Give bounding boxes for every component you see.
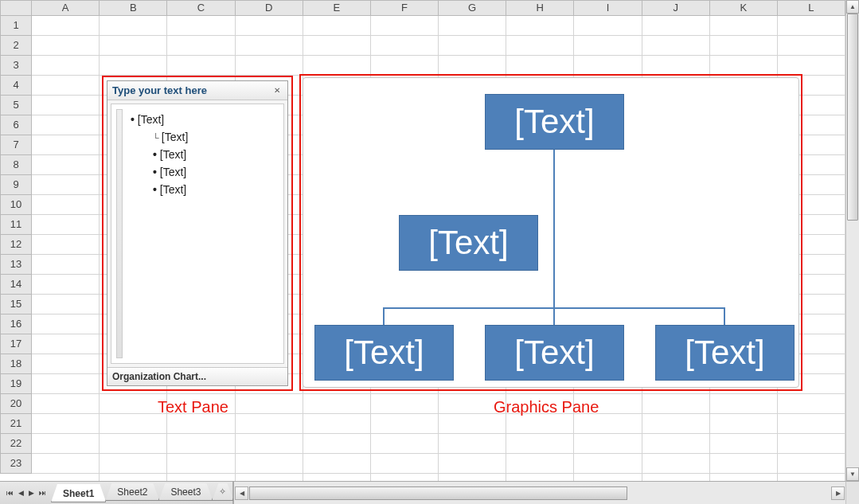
row-header[interactable]: 1 — [0, 16, 32, 36]
row-header[interactable]: 14 — [0, 275, 32, 295]
vertical-scrollbar[interactable]: ▲ ▼ — [845, 0, 859, 481]
text-pane-list[interactable]: [Text] [Text] [Text] [Text] [Text] — [111, 104, 284, 364]
org-chart-node-child[interactable]: [Text] — [485, 325, 624, 381]
tab-nav-prev-icon[interactable]: ◀ — [17, 489, 25, 497]
row-header[interactable]: 7 — [0, 135, 32, 155]
scrollbar-corner — [845, 481, 859, 504]
sheet-tab-bar: ⏮ ◀ ▶ ⏭ Sheet1 Sheet2 Sheet3 ✧ ◀ ▶ — [0, 481, 845, 504]
row-header[interactable]: 10 — [0, 195, 32, 215]
row-header[interactable]: 11 — [0, 215, 32, 235]
hscroll-thumb[interactable] — [249, 486, 627, 500]
row-header[interactable]: 12 — [0, 235, 32, 255]
org-chart-node-top[interactable]: [Text] — [485, 94, 624, 150]
row-header[interactable]: 3 — [0, 56, 32, 76]
row-header[interactable]: 19 — [0, 374, 32, 394]
scroll-thumb[interactable] — [847, 14, 858, 221]
graphics-pane-annotation-box: [Text] [Text] [Text] [Text] [Text] — [299, 74, 802, 391]
column-header[interactable]: D — [236, 0, 303, 16]
column-header[interactable]: J — [642, 0, 710, 16]
row-header[interactable]: 4 — [0, 76, 32, 96]
row-header[interactable]: 2 — [0, 36, 32, 56]
column-header[interactable]: F — [371, 0, 439, 16]
text-pane-item[interactable]: [Text] — [131, 111, 279, 128]
sheet-tabs: Sheet1 Sheet2 Sheet3 ✧ — [51, 482, 232, 504]
column-header[interactable]: I — [574, 0, 642, 16]
text-pane-item[interactable]: [Text] — [131, 146, 279, 163]
row-header[interactable]: 18 — [0, 354, 32, 374]
text-pane-item[interactable]: [Text] — [131, 181, 279, 198]
new-sheet-icon[interactable]: ✧ — [212, 483, 233, 501]
connector-line — [553, 148, 555, 307]
row-header[interactable]: 9 — [0, 175, 32, 195]
cells-area[interactable]: Type your text here ✕ [Text] [Text] [Tex… — [32, 16, 845, 481]
text-pane-title: Type your text here — [112, 84, 207, 96]
column-header[interactable]: B — [100, 0, 167, 16]
row-header[interactable]: 21 — [0, 414, 32, 434]
row-header[interactable]: 15 — [0, 295, 32, 315]
column-header[interactable]: E — [303, 0, 371, 16]
org-chart-node-child[interactable]: [Text] — [314, 325, 454, 381]
annotation-label-graphics-pane: Graphics Pane — [494, 398, 599, 416]
row-header[interactable]: 22 — [0, 434, 32, 454]
row-header[interactable]: 16 — [0, 315, 32, 334]
tab-navigation: ⏮ ◀ ▶ ⏭ — [0, 482, 51, 504]
org-chart-node-assistant[interactable]: [Text] — [399, 215, 538, 271]
grid-body: 1 2 3 4 5 6 7 8 9 10 11 12 13 14 15 16 1… — [0, 16, 845, 481]
row-header[interactable]: 5 — [0, 96, 32, 115]
text-pane-annotation-box: Type your text here ✕ [Text] [Text] [Tex… — [102, 76, 293, 391]
scroll-left-icon[interactable]: ◀ — [235, 486, 248, 500]
select-all-corner[interactable] — [0, 0, 32, 16]
horizontal-scrollbar[interactable]: ◀ ▶ — [232, 482, 845, 504]
row-header[interactable]: 8 — [0, 155, 32, 175]
annotation-label-text-pane: Text Pane — [158, 398, 228, 416]
org-chart-node-child[interactable]: [Text] — [655, 325, 795, 381]
column-headers: A B C D E F G H I J K L — [0, 0, 845, 16]
column-header[interactable]: L — [778, 0, 845, 16]
hscroll-track[interactable] — [249, 486, 830, 500]
row-header[interactable]: 23 — [0, 454, 32, 474]
tab-nav-last-icon[interactable]: ⏭ — [37, 489, 48, 497]
row-header[interactable]: 13 — [0, 255, 32, 275]
spreadsheet-app: A B C D E F G H I J K L 1 2 3 4 5 6 7 8 … — [0, 0, 859, 504]
tab-nav-first-icon[interactable]: ⏮ — [5, 489, 15, 497]
column-header[interactable]: A — [32, 0, 100, 16]
scroll-up-icon[interactable]: ▲ — [846, 0, 859, 14]
column-header[interactable]: G — [439, 0, 506, 16]
tab-nav-next-icon[interactable]: ▶ — [27, 489, 36, 497]
row-header[interactable]: 6 — [0, 115, 32, 135]
tab-sheet1[interactable]: Sheet1 — [51, 484, 106, 502]
column-header[interactable]: K — [710, 0, 778, 16]
text-pane-footer: Organization Chart... — [107, 367, 287, 385]
text-pane-item[interactable]: [Text] — [131, 128, 279, 146]
row-header[interactable]: 17 — [0, 334, 32, 354]
row-headers: 1 2 3 4 5 6 7 8 9 10 11 12 13 14 15 16 1… — [0, 16, 32, 481]
column-header[interactable]: H — [506, 0, 574, 16]
close-icon[interactable]: ✕ — [271, 86, 283, 95]
row-header[interactable]: 20 — [0, 394, 32, 414]
text-pane-item[interactable]: [Text] — [131, 163, 279, 181]
smartart-graphics-pane[interactable]: [Text] [Text] [Text] [Text] [Text] — [303, 77, 799, 388]
tab-sheet2[interactable]: Sheet2 — [105, 483, 159, 501]
scroll-down-icon[interactable]: ▼ — [846, 467, 859, 481]
column-header[interactable]: C — [167, 0, 235, 16]
smartart-text-pane[interactable]: Type your text here ✕ [Text] [Text] [Tex… — [107, 80, 288, 386]
text-pane-header: Type your text here ✕ — [107, 81, 287, 100]
scroll-right-icon[interactable]: ▶ — [831, 486, 845, 500]
tab-sheet3[interactable]: Sheet3 — [158, 483, 213, 501]
